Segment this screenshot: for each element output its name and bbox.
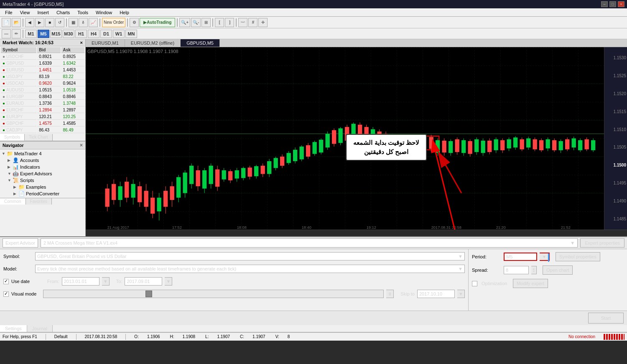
- chart-tab-eurusd-m2[interactable]: EURUSD,M2 (offline): [125, 39, 181, 47]
- navigator-close-icon[interactable]: ×: [80, 142, 83, 148]
- zoom-in-button[interactable]: 🔍+: [179, 18, 190, 27]
- line-chart-button[interactable]: 📈: [89, 18, 98, 27]
- draw-tool[interactable]: ✏: [12, 29, 21, 38]
- model-combo-arrow: ▼: [458, 266, 463, 271]
- nav-tree-item[interactable]: ▶ 📊 Indicators: [1, 164, 84, 170]
- expert-advisor-combo[interactable]: 2 MA Crosses Mega filter EA V1.ex4 ▼: [41, 238, 578, 248]
- period-w1[interactable]: W1: [113, 30, 125, 38]
- visual-speed-slider[interactable]: [43, 290, 384, 298]
- autotrading-button[interactable]: ▶ AutoTrading: [140, 18, 175, 27]
- modify-expert-button[interactable]: Modify expert: [513, 279, 548, 288]
- auto-scroll-button[interactable]: ⚙: [130, 18, 139, 27]
- chart-right-button[interactable]: ⟧: [225, 18, 234, 27]
- refresh-button[interactable]: ↺: [55, 18, 64, 27]
- nav-tree-item[interactable]: ▼ 📁 MetaTrader 4: [1, 150, 84, 157]
- market-watch-row[interactable]: ●EURAUD 1.3736 1.3748: [1, 101, 84, 106]
- start-button[interactable]: Start: [588, 313, 624, 324]
- market-watch-row[interactable]: ●EURJPY 120.21 120.25: [1, 114, 84, 120]
- nav-tab-favorites[interactable]: Favorites: [26, 198, 52, 205]
- grid-button[interactable]: #: [248, 18, 257, 27]
- menu-charts[interactable]: Charts: [53, 9, 73, 16]
- symbol-combo[interactable]: GBPUSD, Great Britain Pound vs US Dollar…: [35, 252, 465, 260]
- nav-tree-item[interactable]: ▼ 📜 Scripts: [1, 177, 84, 184]
- menu-file[interactable]: File: [2, 9, 16, 16]
- menu-insert[interactable]: Insert: [34, 9, 52, 16]
- market-watch-row[interactable]: ●CADJPY 86.43 86.49: [1, 127, 84, 133]
- stop-button[interactable]: ■: [45, 18, 54, 27]
- market-watch-row[interactable]: ●USDJPY 83.19 83.22: [1, 74, 84, 80]
- market-watch-row[interactable]: ●GBPCHF 1.4575 1.4585: [1, 121, 84, 126]
- indicators-button[interactable]: 〰: [238, 18, 247, 27]
- model-combo[interactable]: Every tick (the most precise method base…: [35, 265, 465, 273]
- tester-tab-settings[interactable]: Settings: [0, 325, 27, 332]
- spread-spinner[interactable]: ▲ ▼: [531, 266, 537, 274]
- market-watch-row[interactable]: ●GBPUSD 1.6339 1.6342: [1, 61, 84, 66]
- open-button[interactable]: 📂: [12, 18, 21, 27]
- from-date-input[interactable]: 2013.01.01: [62, 277, 99, 286]
- nav-tree-item[interactable]: ▼ 🤖 Expert Advisors: [1, 170, 84, 177]
- nav-tab-common[interactable]: Common: [0, 198, 26, 205]
- skip-to-picker[interactable]: ▼: [457, 290, 465, 298]
- use-date-checkbox[interactable]: [3, 279, 9, 284]
- skip-to-input[interactable]: 2017.10.10: [417, 290, 455, 298]
- chart-tab-eurusd-m1[interactable]: EURUSD,M1: [86, 39, 125, 47]
- period-m1[interactable]: M1: [25, 30, 37, 38]
- menu-tools[interactable]: Tools: [74, 9, 92, 16]
- properties-button[interactable]: ⊞: [201, 18, 211, 27]
- tester-tab-journal[interactable]: Journal: [27, 325, 53, 332]
- visual-mode-checkbox[interactable]: [3, 291, 9, 297]
- pause-button[interactable]: ⏸: [386, 290, 394, 298]
- bar-chart-button[interactable]: ▦: [69, 18, 78, 27]
- period-combo-btn[interactable]: ▼: [540, 253, 550, 261]
- chart-tab-gbpusd-m5[interactable]: GBPUSD,M5: [181, 39, 220, 47]
- forward-button[interactable]: ▶: [35, 18, 44, 27]
- period-h4[interactable]: H4: [88, 30, 99, 38]
- new-button[interactable]: 📄: [2, 18, 11, 27]
- candle-button[interactable]: 🕯: [79, 18, 88, 27]
- chart-scrollbar[interactable]: [86, 230, 627, 236]
- to-date-picker[interactable]: ▼: [165, 277, 172, 286]
- market-watch-row[interactable]: ●USDCAD 0.9620 0.9624: [1, 81, 84, 86]
- period-d1[interactable]: D1: [100, 30, 112, 38]
- spread-down[interactable]: ▼: [531, 270, 536, 273]
- nav-tree-item[interactable]: ▶ 👤 Accounts: [1, 157, 84, 164]
- open-chart-button[interactable]: Open chart: [543, 265, 573, 275]
- zoom-out-button[interactable]: 🔍-: [191, 18, 201, 27]
- optimization-checkbox[interactable]: [472, 281, 477, 286]
- menu-help[interactable]: Help: [116, 9, 133, 16]
- market-watch-row[interactable]: ●EURGBP 0.8843 0.8846: [1, 94, 84, 100]
- minimize-button[interactable]: –: [601, 1, 608, 7]
- period-mn[interactable]: MN: [125, 30, 137, 38]
- period-m15[interactable]: M15: [50, 30, 62, 38]
- to-date-input[interactable]: 2017.09.01: [125, 277, 162, 286]
- menu-view[interactable]: View: [17, 9, 33, 16]
- new-order-button[interactable]: New Order: [102, 18, 125, 27]
- svg-rect-70: [306, 145, 310, 157]
- from-date-picker[interactable]: ▼: [102, 277, 110, 286]
- market-watch-row[interactable]: ●EURCHF 1.2894 1.2897: [1, 107, 84, 113]
- close-button[interactable]: ×: [618, 1, 624, 7]
- tab-symbols[interactable]: Symbols: [0, 134, 25, 141]
- market-watch-row[interactable]: ●USDCHF 0.8921 0.8925: [1, 54, 84, 60]
- line-tool[interactable]: —: [2, 29, 11, 38]
- spread-input[interactable]: 8: [504, 266, 529, 274]
- mw-close-icon[interactable]: ×: [80, 40, 83, 45]
- chart-left-button[interactable]: ⟦: [215, 18, 224, 27]
- nav-tree-item[interactable]: ▶ 📄 PeriodConverter: [1, 190, 84, 197]
- period-m5[interactable]: M5: [38, 30, 49, 38]
- maximize-button[interactable]: □: [609, 1, 616, 7]
- nav-tree-item[interactable]: ▶ 📁 Examples: [1, 184, 84, 190]
- chart-canvas[interactable]: GBPUSD,M5 1.19070 1.1908 1.1907 1.1908: [86, 47, 604, 230]
- market-watch-row[interactable]: ●EURUSD 1.4451 1.4453: [1, 67, 84, 73]
- tab-tick-chart[interactable]: Tick Chart: [25, 134, 52, 141]
- market-watch-row[interactable]: ●AUDUSD 1.0515 1.0518: [1, 87, 84, 93]
- symbol-properties-button[interactable]: Symbol properties: [556, 252, 600, 261]
- back-button[interactable]: ◀: [25, 18, 34, 27]
- period-combo[interactable]: M5: [504, 253, 537, 261]
- period-m30[interactable]: M30: [63, 30, 74, 38]
- period-h1[interactable]: H1: [75, 30, 87, 38]
- menu-window[interactable]: Window: [92, 9, 115, 16]
- crosshair-button[interactable]: ✛: [258, 18, 268, 27]
- expert-properties-button[interactable]: Expert properties: [580, 238, 624, 248]
- left-panel: Market Watch: 16:24:53 × Symbol Bid Ask …: [0, 39, 86, 236]
